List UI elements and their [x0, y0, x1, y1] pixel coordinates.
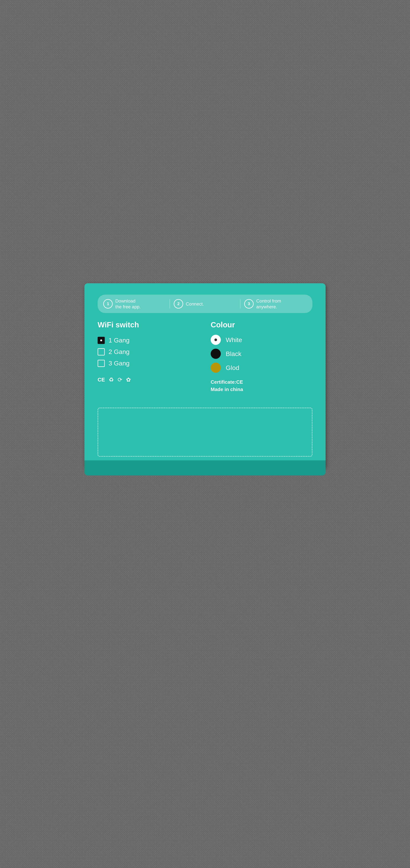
step-2-text: Connect. — [186, 301, 204, 307]
switch-option-3gang: 3 Gang — [97, 360, 199, 367]
label-gold: Glod — [226, 364, 239, 371]
certificate-text: Certificate:CEMade in china — [211, 378, 313, 393]
leaf-icon: ✿ — [126, 376, 131, 383]
step-1: 1 Downloadthe free app. — [103, 298, 166, 310]
label-3gang: 3 Gang — [109, 360, 129, 367]
colour-options: White Black Glod — [211, 335, 313, 373]
steps-bar: 1 Downloadthe free app. 2 Connect. 3 Con… — [97, 294, 313, 313]
dot-gold — [211, 363, 221, 373]
colour-section: Colour White Black Glod — [211, 320, 313, 400]
label-1gang: 1 Gang — [109, 337, 129, 344]
box-face: 1 Downloadthe free app. 2 Connect. 3 Con… — [84, 283, 326, 468]
step-2: 2 Connect. — [174, 299, 236, 309]
checkbox-3gang — [97, 360, 105, 367]
label-white: White — [226, 336, 242, 344]
label-black: Black — [226, 350, 241, 358]
circle-icon: ⟳ — [118, 376, 122, 383]
product-box: 1 Downloadthe free app. 2 Connect. 3 Con… — [73, 274, 337, 481]
wifi-switch-title: WiFi switch — [97, 320, 199, 329]
step-3-text: Control fromanywhere. — [256, 298, 281, 310]
step-1-text: Downloadthe free app. — [115, 298, 141, 310]
step-3-number: 3 — [244, 299, 254, 309]
dot-black — [211, 349, 221, 359]
step-divider-2 — [240, 299, 240, 309]
ce-mark: CE — [97, 377, 105, 383]
step-2-number: 2 — [174, 299, 183, 309]
checkbox-2gang — [97, 348, 105, 355]
switch-option-2gang: 2 Gang — [97, 348, 199, 355]
box-bottom-fold — [84, 460, 326, 475]
dot-white — [211, 335, 221, 345]
wifi-switch-section: WiFi switch 1 Gang 2 Gang 3 Gang — [97, 320, 199, 400]
main-content: WiFi switch 1 Gang 2 Gang 3 Gang — [97, 320, 313, 400]
colour-title: Colour — [211, 320, 313, 329]
switch-options: 1 Gang 2 Gang 3 Gang — [97, 337, 199, 367]
step-3: 3 Control fromanywhere. — [244, 298, 307, 310]
switch-option-1gang: 1 Gang — [97, 337, 199, 344]
dashed-area — [97, 408, 313, 457]
checkbox-1gang — [97, 337, 105, 344]
colour-option-white: White — [211, 335, 313, 345]
colour-option-gold: Glod — [211, 363, 313, 373]
recycle-icon: ♻ — [109, 376, 114, 383]
step-divider-1 — [170, 299, 170, 309]
colour-option-black: Black — [211, 349, 313, 359]
label-2gang: 2 Gang — [109, 348, 129, 355]
cert-icons: CE ♻ ⟳ ✿ — [97, 376, 199, 383]
step-1-number: 1 — [103, 299, 113, 309]
